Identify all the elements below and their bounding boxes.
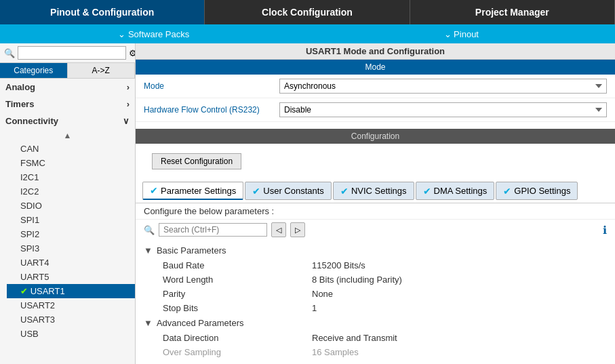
expand-arrow-icon: ▼	[144, 245, 153, 256]
sidebar-label-analog: Analog	[5, 82, 35, 92]
mode-section-header: Mode	[136, 60, 615, 75]
hwflow-label: Hardware Flow Control (RS232)	[144, 105, 279, 115]
nav-clock[interactable]: Clock Configuration	[205, 0, 410, 24]
param-row-stopbits: Stop Bits 1	[136, 301, 615, 315]
subnav-softwarepacks[interactable]: ⌄ Software Packs	[0, 29, 308, 39]
param-value-wordlength: 8 Bits (including Parity)	[312, 275, 402, 285]
scroll-up-arrow[interactable]: ▲	[64, 131, 72, 140]
param-row-wordlength: Word Length 8 Bits (including Parity)	[136, 272, 615, 287]
mode-label: Mode	[144, 81, 279, 91]
tab-parameter-settings[interactable]: ✔ Parameter Settings	[142, 182, 243, 200]
sidebar-section-timers[interactable]: Timers ›	[0, 96, 135, 113]
next-param-button[interactable]: ▷	[290, 222, 305, 237]
prev-param-button[interactable]: ◁	[271, 222, 286, 237]
sidebar-item-spi3[interactable]: SPI3	[7, 241, 135, 256]
param-value-baudrate: 115200 Bits/s	[312, 260, 365, 270]
sidebar-label-connectivity: Connectivity	[5, 116, 58, 126]
sidebar-item-i2c2[interactable]: I2C2	[7, 184, 135, 199]
param-value-stopbits: 1	[312, 303, 317, 313]
param-row-baudrate: Baud Rate 115200 Bits/s	[136, 258, 615, 272]
basic-params-header[interactable]: ▼ Basic Parameters	[136, 243, 615, 258]
param-name-wordlength: Word Length	[163, 275, 312, 285]
param-value-parity: None	[312, 289, 333, 299]
tab-dma-settings[interactable]: ✔ DMA Settings	[416, 182, 495, 200]
params-bar: Configure the below parameters :	[136, 203, 615, 220]
sidebar-section-connectivity[interactable]: Connectivity ∨	[0, 113, 135, 129]
params-search-input[interactable]	[159, 223, 267, 237]
sidebar-item-usart3[interactable]: USART3	[7, 312, 135, 327]
tab-dma-label: DMA Settings	[434, 186, 488, 196]
nav-project[interactable]: Project Manager	[410, 0, 615, 24]
chevron-right-icon-timers: ›	[127, 99, 130, 109]
sidebar-item-spi1[interactable]: SPI1	[7, 213, 135, 227]
checkmark-icon: ✔	[20, 286, 31, 296]
sidebar-item-i2c1[interactable]: I2C1	[7, 170, 135, 184]
sub-nav: ⌄ Software Packs ⌄ Pinout	[0, 24, 615, 43]
content-area: USART1 Mode and Configuration Mode Mode …	[136, 43, 615, 364]
sidebar-search-input[interactable]	[18, 46, 126, 60]
param-row-oversampling: Over Sampling 16 Samples	[136, 345, 615, 359]
param-name-parity: Parity	[163, 289, 312, 299]
tab-check-icon: ✔	[150, 185, 158, 196]
config-tab-bar: ✔ Parameter Settings ✔ User Constants ✔ …	[136, 179, 615, 203]
sidebar-item-usart1[interactable]: ✔ USART1	[7, 284, 135, 298]
search-params-bar: 🔍 ◁ ▷ ℹ	[136, 220, 615, 240]
tab-nvic-label: NVIC Settings	[351, 186, 407, 196]
hwflow-row: Hardware Flow Control (RS232) Disable	[136, 98, 615, 122]
tab-categories[interactable]: Categories	[0, 63, 68, 78]
sidebar-item-uart5[interactable]: UART5	[7, 270, 135, 284]
params-table: ▼ Basic Parameters Baud Rate 115200 Bits…	[136, 240, 615, 362]
advanced-params-label: Advanced Parameters	[157, 318, 244, 328]
sidebar-section-analog[interactable]: Analog ›	[0, 79, 135, 96]
chevron-right-icon: ›	[127, 82, 130, 92]
scroll-up-area: ▲	[0, 129, 135, 142]
chevron-down-icon: ∨	[123, 116, 130, 126]
param-name-datadirection: Data Direction	[163, 333, 312, 343]
param-name-stopbits: Stop Bits	[163, 303, 312, 313]
mode-select[interactable]: Asynchronous	[279, 79, 607, 94]
gear-icon[interactable]: ⚙	[129, 48, 136, 58]
param-name-oversampling: Over Sampling	[163, 347, 312, 357]
reset-config-button[interactable]: Reset Configuration	[152, 153, 241, 169]
info-icon[interactable]: ℹ	[603, 224, 607, 237]
reset-btn-area: Reset Configuration	[136, 144, 615, 179]
hwflow-select[interactable]: Disable	[279, 102, 607, 117]
sidebar-tabs: Categories A->Z	[0, 63, 135, 79]
tab-check-icon-4: ✔	[423, 186, 431, 197]
param-row-parity: Parity None	[136, 287, 615, 301]
nav-pinout[interactable]: Pinout & Configuration	[0, 0, 205, 24]
sidebar-item-usb[interactable]: USB	[7, 327, 135, 341]
mode-row: Mode Asynchronous	[136, 75, 615, 98]
advanced-params-header[interactable]: ▼ Advanced Parameters	[136, 315, 615, 331]
tab-user-constants[interactable]: ✔ User Constants	[245, 182, 332, 200]
basic-params-label: Basic Parameters	[157, 245, 226, 256]
content-title: USART1 Mode and Configuration	[136, 43, 615, 60]
tab-user-label: User Constants	[263, 186, 324, 196]
tab-nvic-settings[interactable]: ✔ NVIC Settings	[333, 182, 414, 200]
tab-check-icon-2: ✔	[252, 186, 260, 197]
search-icon-params: 🔍	[144, 225, 155, 235]
tab-az[interactable]: A->Z	[68, 63, 136, 78]
connectivity-items: CAN FSMC I2C1 I2C2 SDIO SPI1 SPI2 SPI3 U…	[0, 142, 135, 341]
param-value-datadirection: Receive and Transmit	[312, 333, 397, 343]
sidebar-search-row: 🔍 ⚙	[0, 43, 135, 63]
search-icon: 🔍	[4, 48, 15, 58]
sidebar: 🔍 ⚙ Categories A->Z Analog › Timers › Co…	[0, 43, 136, 364]
sidebar-item-can[interactable]: CAN	[7, 142, 135, 156]
sidebar-item-sdio[interactable]: SDIO	[7, 199, 135, 213]
config-section-header: Configuration	[136, 129, 615, 144]
main-layout: 🔍 ⚙ Categories A->Z Analog › Timers › Co…	[0, 43, 615, 364]
sidebar-item-spi2[interactable]: SPI2	[7, 227, 135, 241]
tab-check-icon-3: ✔	[340, 186, 349, 197]
sidebar-label-timers: Timers	[5, 99, 34, 109]
sidebar-item-usart2[interactable]: USART2	[7, 298, 135, 312]
sidebar-item-uart4[interactable]: UART4	[7, 256, 135, 270]
params-bar-text: Configure the below parameters :	[144, 206, 274, 216]
tab-gpio-settings[interactable]: ✔ GPIO Settings	[496, 182, 578, 200]
sidebar-item-fsmc[interactable]: FSMC	[7, 156, 135, 170]
tab-gpio-label: GPIO Settings	[514, 186, 570, 196]
tab-check-icon-5: ✔	[503, 186, 511, 197]
top-nav: Pinout & Configuration Clock Configurati…	[0, 0, 615, 24]
subnav-pinout[interactable]: ⌄ Pinout	[308, 29, 616, 39]
param-name-baudrate: Baud Rate	[163, 260, 312, 270]
